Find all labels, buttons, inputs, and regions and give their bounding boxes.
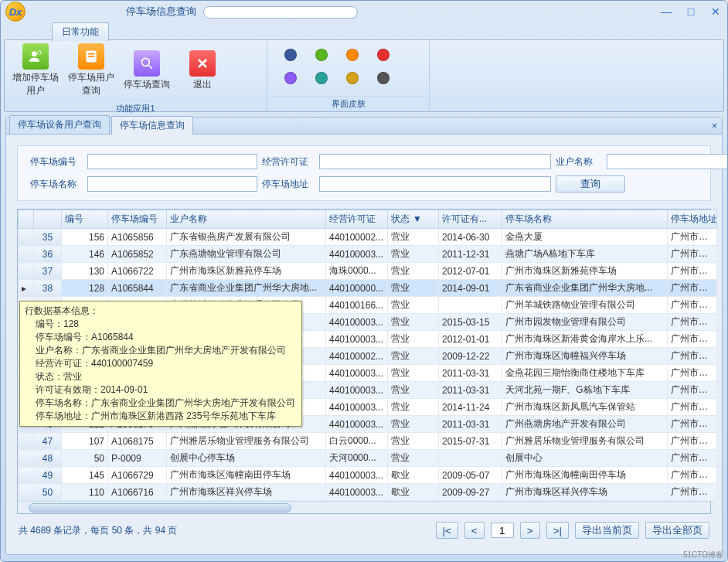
page-number-input[interactable] [491, 523, 514, 538]
label-license: 经营许可证 [262, 155, 315, 169]
pager-summary: 共 4689 条记录，每页 50 条，共 94 页 [19, 524, 430, 537]
last-page-button[interactable]: >| [546, 522, 569, 539]
label-park-code: 停车场编号 [30, 155, 83, 169]
svg-rect-3 [88, 53, 94, 55]
skin-swatch[interactable] [315, 72, 328, 84]
label-park-addr: 停车场地址 [262, 178, 315, 191]
skin-palette [274, 44, 403, 92]
skin-swatch[interactable] [284, 49, 297, 61]
col-park-name[interactable]: 停车场名称 [502, 210, 668, 229]
table-row[interactable]: ▸38128A1065844广东省商业企业集团广州华大房地...44010000… [19, 280, 717, 297]
ribbon: 增加停车场用户 停车场用户查询 停车场查询 退出 功能应用1 [4, 39, 724, 112]
ribbon-group2-label: 界面皮肤 [267, 96, 429, 111]
page-tabs: 停车场设备用户查询 停车场信息查询 × [6, 118, 722, 135]
park-query-button[interactable]: 停车场查询 [122, 50, 172, 91]
tab-device-user-query[interactable]: 停车场设备用户查询 [9, 115, 110, 134]
header-row: 编号 停车场编号 业户名称 经营许可证 状态▼ 许可证有... 停车场名称 停车… [19, 210, 717, 229]
skin-swatch[interactable] [284, 72, 297, 84]
window-title: 停车场信息查询 [26, 5, 659, 19]
titlebar: Dx 停车场信息查询 — □ ✕ [1, 1, 727, 22]
app-logo: Dx [5, 2, 26, 22]
watermark: 51CTO博客 [683, 550, 723, 560]
col-status[interactable]: 状态▼ [388, 210, 439, 229]
search-icon [134, 50, 160, 77]
table-row[interactable]: 35156A1065856广东省银燕房产发展有限公司440100002...营业… [19, 229, 717, 246]
park-name-input[interactable] [87, 176, 257, 192]
col-park-addr[interactable]: 停车场地址 [668, 210, 717, 229]
minimize-button[interactable]: — [659, 6, 673, 17]
close-button[interactable]: ✕ [709, 6, 723, 17]
app-window: Dx 停车场信息查询 — □ ✕ 日常功能 增加停车场用户 停车场用户查询 [0, 0, 728, 562]
owner-name-input[interactable] [607, 154, 728, 169]
svg-point-0 [32, 51, 37, 56]
tab-close-icon[interactable]: × [712, 121, 717, 131]
col-license[interactable]: 经营许可证 [326, 210, 388, 229]
table-row[interactable]: 36146A1065852广东燕塘物业管理有限公司440100003...营业2… [19, 246, 717, 263]
col-id[interactable]: 编号 [62, 210, 108, 229]
col-park-code[interactable]: 停车场编号 [108, 210, 167, 229]
table-row[interactable]: 47107A1068175广州雅居乐物业管理服务有限公司白云0000...营业2… [19, 433, 717, 450]
title-search-slot[interactable] [203, 6, 358, 19]
pager: 共 4689 条记录，每页 50 条，共 94 页 |< < > >| 导出当前… [6, 514, 722, 547]
park-code-input[interactable] [87, 154, 257, 169]
table-row[interactable]: 37130A1066722广州市海珠区新雅苑停车场海珠0000...营业2012… [19, 263, 717, 280]
tooltip-title: 行数据基本信息： [25, 305, 297, 318]
filter-panel: 停车场编号 经营许可证 业户名称 停车场名称 停车场地址 查询 [17, 145, 711, 201]
export-all-pages-button[interactable]: 导出全部页 [645, 522, 709, 539]
scrollbar-thumb[interactable] [29, 503, 291, 513]
add-park-user-button[interactable]: 增加停车场用户 [11, 43, 60, 97]
next-page-button[interactable]: > [520, 522, 540, 539]
add-user-icon [22, 43, 49, 70]
prev-page-button[interactable]: < [464, 522, 485, 539]
skin-swatch[interactable] [377, 49, 390, 61]
skin-swatch[interactable] [346, 72, 359, 84]
sort-desc-icon: ▼ [413, 213, 422, 224]
query-button[interactable]: 查询 [556, 175, 625, 192]
row-tooltip: 行数据基本信息： 编号：128 停车场编号：A1065844 业户名称：广东省商… [19, 301, 302, 427]
first-page-button[interactable]: |< [436, 522, 458, 539]
table-row[interactable]: 4850P-0009创展中心停车场天河0000...营业创展中心广州市天河 [19, 450, 717, 467]
horizontal-scrollbar[interactable] [18, 501, 710, 513]
ribbon-group1-label: 功能应用1 [5, 100, 267, 116]
park-user-query-button[interactable]: 停车场用户查询 [66, 43, 116, 97]
license-input[interactable] [319, 154, 551, 169]
skin-swatch[interactable] [346, 49, 359, 61]
user-list-icon [78, 43, 104, 70]
maximize-button[interactable]: □ [684, 6, 698, 17]
svg-rect-4 [88, 56, 94, 57]
ribbon-tab-daily[interactable]: 日常功能 [52, 22, 109, 41]
col-expiry[interactable]: 许可证有... [439, 210, 502, 229]
label-owner-name: 业户名称 [556, 155, 602, 169]
label-park-name: 停车场名称 [30, 178, 83, 191]
park-addr-input[interactable] [319, 176, 551, 192]
skin-swatch[interactable] [377, 72, 390, 84]
export-current-page-button[interactable]: 导出当前页 [575, 522, 639, 539]
col-owner[interactable]: 业户名称 [167, 210, 326, 229]
tab-park-info-query[interactable]: 停车场信息查询 [111, 116, 193, 135]
table-row[interactable]: 50110A1066716广州市海珠区祥兴停车场440100003...歇业20… [19, 484, 717, 501]
table-row[interactable]: 49145A1066729广州市海珠区海幢南田停车场440100003...歇业… [19, 467, 717, 484]
svg-point-5 [141, 58, 149, 66]
close-icon [189, 50, 216, 77]
ribbon-tabstrip: 日常功能 [1, 22, 727, 39]
skin-swatch[interactable] [315, 49, 328, 61]
exit-button[interactable]: 退出 [178, 50, 227, 91]
